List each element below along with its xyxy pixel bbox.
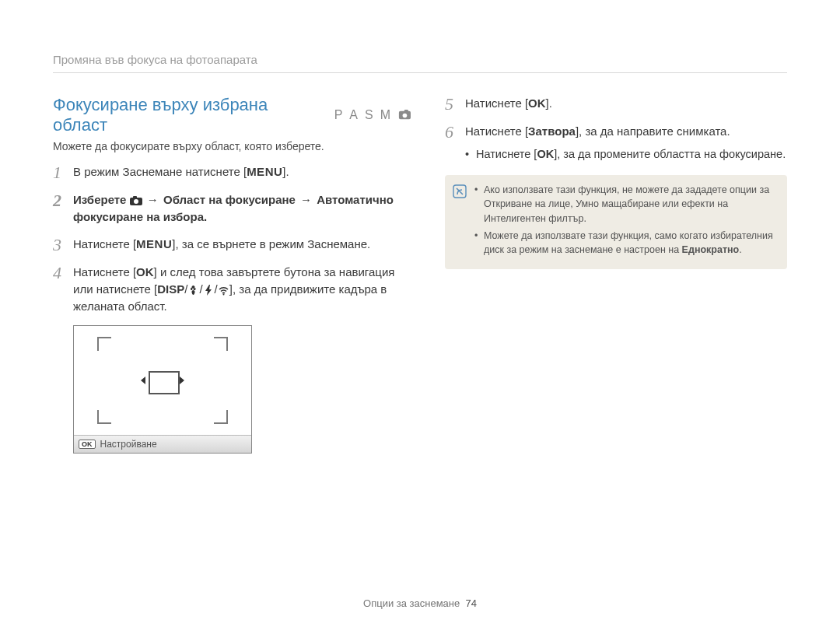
page-number: 74 <box>465 597 476 609</box>
mode-a: A <box>349 108 361 122</box>
flash-icon <box>203 285 215 296</box>
step5-post: ]. <box>546 96 552 110</box>
arrow-left-icon <box>141 377 145 384</box>
step-5: Натиснете [OK]. <box>445 95 787 112</box>
steps-list-right: Натиснете [OK]. Натиснете [Затвора], за … <box>445 95 787 163</box>
info-note-2: Можете да използвате тази функция, само … <box>474 229 778 257</box>
step2-b1: Област на фокусиране <box>163 193 296 206</box>
section-intro: Можете да фокусирате върху област, която… <box>53 140 411 152</box>
step3-post: ], за се върнете в режим Заснемане. <box>172 237 370 250</box>
arrow-icon: → <box>300 193 312 206</box>
ok-label: OK <box>136 265 154 278</box>
shutter-label: Затвора <box>528 124 576 138</box>
info-n2-bold: Еднократно <box>682 244 740 255</box>
menu-label: MENU <box>247 165 282 178</box>
step6-pre: Натиснете [ <box>465 124 528 138</box>
step3-pre: Натиснете [ <box>73 237 136 250</box>
arrow-icon: → <box>147 193 159 206</box>
wifi-icon <box>218 285 229 296</box>
step1-pre: В режим Заснемане натиснете [ <box>73 165 247 178</box>
svg-point-4 <box>222 293 224 295</box>
step4-a: Натиснете [ <box>73 265 136 278</box>
step6-bullet: Натиснете [OK], за да промените областта… <box>465 146 787 163</box>
disp-label: DISP <box>157 282 184 296</box>
diagram-status-bar: OK Настройване <box>74 435 251 453</box>
right-column: Натиснете [OK]. Натиснете [Затвора], за … <box>445 95 787 454</box>
ok-label: OK <box>528 96 546 110</box>
section-title: Фокусиране върху избрана област <box>53 95 320 135</box>
step5-pre: Натиснете [ <box>465 96 528 110</box>
breadcrumb: Промяна във фокуса на фотоапарата <box>53 53 787 73</box>
focus-area-corner <box>214 337 228 351</box>
focus-area-corner <box>97 337 111 351</box>
step-1: В режим Заснемане натиснете [MENU]. <box>53 163 411 180</box>
step6-b-pre: Натиснете [ <box>476 148 537 160</box>
step-6: Натиснете [Затвора], за да направите сни… <box>445 123 787 163</box>
info-n2-post: . <box>739 244 741 255</box>
info-icon <box>453 184 467 260</box>
focus-area-corner <box>214 410 228 424</box>
focus-area-corner <box>97 410 111 424</box>
info-note-1: Ако използвате тази функция, не можете д… <box>474 183 778 225</box>
step-3: Натиснете [MENU], за се върнете в режим … <box>53 236 411 253</box>
step-2: Изберете → Област на фокусиране → Автома… <box>53 191 411 226</box>
step6-b-post: ], за да промените областта на фокусиран… <box>554 148 786 160</box>
focus-box <box>149 371 180 394</box>
step1-post: ]. <box>282 165 289 178</box>
mode-badges: P A S M <box>334 108 411 122</box>
scene-mode-icon <box>397 109 411 121</box>
mode-p: P <box>334 108 346 122</box>
viewfinder-diagram: OK Настройване <box>73 325 252 454</box>
ok-label: OK <box>537 148 554 160</box>
macro-icon <box>187 285 199 296</box>
left-column: Фокусиране върху избрана област P A S M … <box>53 95 411 454</box>
step-4: Натиснете [OK] и след това завъртете бут… <box>53 264 411 314</box>
mode-m: M <box>380 108 394 122</box>
step2-post: . <box>204 210 207 223</box>
svg-point-3 <box>134 199 138 204</box>
svg-point-0 <box>403 114 408 118</box>
page-footer: Опции за заснемане 74 <box>0 597 840 609</box>
step2-pre: Изберете <box>73 193 130 206</box>
arrow-right-icon <box>180 377 184 384</box>
info-box: Ако използвате тази функция, не можете д… <box>445 175 787 269</box>
footer-label: Опции за заснемане <box>363 597 460 609</box>
steps-list-left: В режим Заснемане натиснете [MENU]. Избе… <box>53 163 411 314</box>
camera-icon <box>130 196 142 205</box>
diagram-bar-label: Настройване <box>100 439 157 450</box>
mode-s: S <box>365 108 376 122</box>
menu-label: MENU <box>136 237 172 250</box>
ok-key-icon: OK <box>79 440 96 449</box>
svg-rect-2 <box>133 196 137 198</box>
step6-post: ], за да направите снимката. <box>576 124 730 138</box>
